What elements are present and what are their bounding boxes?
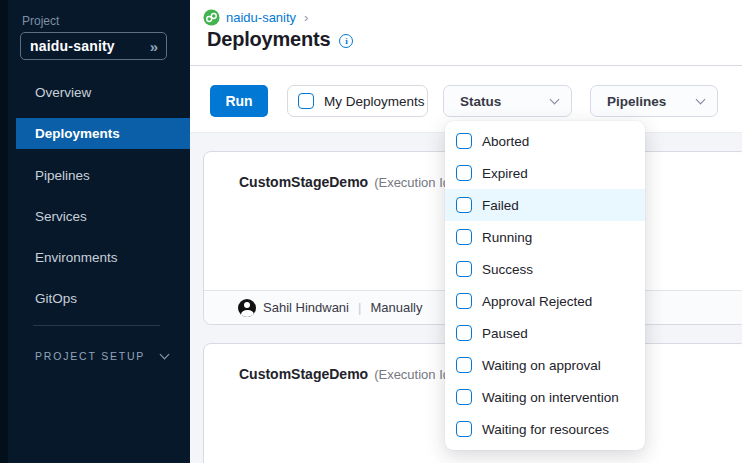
status-option-paused[interactable]: Paused xyxy=(445,317,645,349)
breadcrumb-chevron-icon: › xyxy=(304,10,308,25)
status-filter-menu: Aborted Expired Failed Running Success A… xyxy=(445,121,645,450)
footer-separator: | xyxy=(358,300,361,315)
breadcrumb-project-link[interactable]: naidu-sanity xyxy=(226,10,296,25)
project-expand-icon[interactable]: » xyxy=(150,38,158,55)
trigger-type: Manually xyxy=(370,300,422,315)
status-option-expired[interactable]: Expired xyxy=(445,157,645,189)
project-label: Project xyxy=(22,14,59,28)
page-title: Deployments xyxy=(207,28,330,51)
my-deployments-toggle[interactable]: My Deployments xyxy=(287,85,428,117)
checkbox[interactable] xyxy=(456,133,472,149)
module-nav-strip[interactable] xyxy=(0,0,8,463)
status-option-success[interactable]: Success xyxy=(445,253,645,285)
checkbox[interactable] xyxy=(456,421,472,437)
project-selector[interactable]: naidu-sanity » xyxy=(20,32,167,60)
sidebar-divider xyxy=(33,325,160,326)
checkbox[interactable] xyxy=(456,293,472,309)
page-header: naidu-sanity › Deployments i xyxy=(190,0,742,66)
cd-module-icon xyxy=(203,9,220,26)
status-option-running[interactable]: Running xyxy=(445,221,645,253)
execution-id-text: (Execution Id xyxy=(374,367,450,382)
user-avatar xyxy=(238,299,256,317)
app-window: Project naidu-sanity » Overview Deployme… xyxy=(0,0,742,463)
status-option-waiting-on-approval[interactable]: Waiting on approval xyxy=(445,349,645,381)
my-deployments-checkbox[interactable] xyxy=(298,93,314,109)
checkbox[interactable] xyxy=(456,261,472,277)
sidebar-item-environments[interactable]: Environments xyxy=(16,242,190,272)
chevron-down-icon xyxy=(160,350,170,360)
chevron-down-icon xyxy=(550,95,560,105)
title-row: Deployments i xyxy=(207,28,353,51)
execution-id-text: (Execution Id xyxy=(374,175,450,190)
sidebar-item-overview[interactable]: Overview xyxy=(16,77,190,107)
pipeline-name: CustomStageDemo xyxy=(239,366,368,382)
project-sidebar: Project naidu-sanity » Overview Deployme… xyxy=(0,0,190,463)
project-selector-value: naidu-sanity xyxy=(30,38,150,54)
info-icon[interactable]: i xyxy=(339,34,353,48)
status-filter-label: Status xyxy=(460,94,501,109)
triggered-by-user: Sahil Hindwani xyxy=(263,300,349,315)
status-filter-dropdown[interactable]: Status xyxy=(443,85,572,117)
pipelines-filter-label: Pipelines xyxy=(607,94,666,109)
sidebar-item-services[interactable]: Services xyxy=(16,201,190,231)
status-option-failed[interactable]: Failed xyxy=(445,189,645,221)
breadcrumb: naidu-sanity › xyxy=(203,9,308,26)
status-option-approval-rejected[interactable]: Approval Rejected xyxy=(445,285,645,317)
checkbox[interactable] xyxy=(456,165,472,181)
chevron-down-icon xyxy=(696,95,706,105)
pipeline-name: CustomStageDemo xyxy=(239,174,368,190)
checkbox[interactable] xyxy=(456,325,472,341)
run-button[interactable]: Run xyxy=(210,85,268,117)
project-setup-toggle[interactable]: PROJECT SETUP xyxy=(35,350,175,362)
sidebar-item-pipelines[interactable]: Pipelines xyxy=(16,160,190,190)
status-option-waiting-for-resources[interactable]: Waiting for resources xyxy=(445,413,645,445)
sidebar-item-gitops[interactable]: GitOps xyxy=(16,283,190,313)
checkbox[interactable] xyxy=(456,229,472,245)
checkbox[interactable] xyxy=(456,389,472,405)
status-option-waiting-on-intervention[interactable]: Waiting on intervention xyxy=(445,381,645,413)
project-setup-label: PROJECT SETUP xyxy=(35,350,145,362)
my-deployments-label: My Deployments xyxy=(324,94,425,109)
checkbox[interactable] xyxy=(456,197,472,213)
status-option-aborted[interactable]: Aborted xyxy=(445,125,645,157)
pipelines-filter-dropdown[interactable]: Pipelines xyxy=(590,85,718,117)
sidebar-item-deployments[interactable]: Deployments xyxy=(16,118,190,149)
sidebar-nav: Overview Deployments Pipelines Services … xyxy=(16,77,190,324)
checkbox[interactable] xyxy=(456,357,472,373)
